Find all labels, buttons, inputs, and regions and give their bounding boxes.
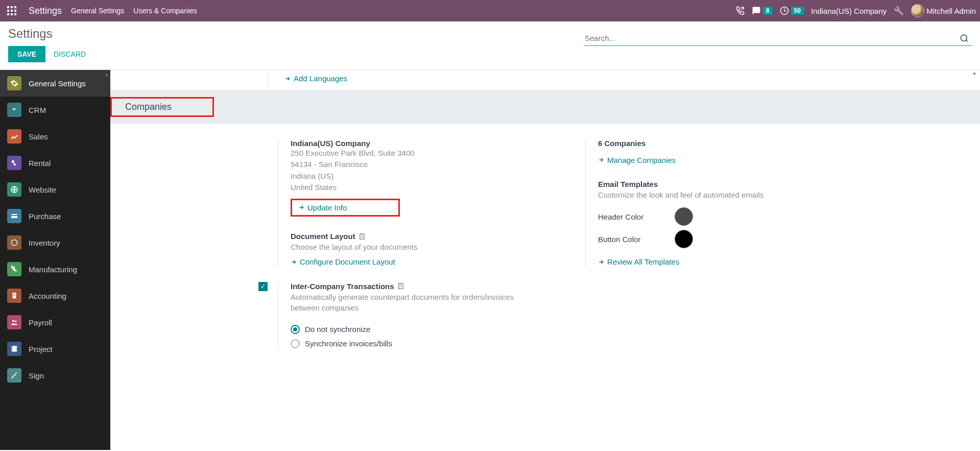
svg-rect-17: [360, 233, 364, 239]
save-button[interactable]: SAVE: [8, 46, 45, 62]
messages-icon[interactable]: 8: [752, 6, 773, 15]
page-title: Settings: [8, 27, 88, 41]
svg-rect-8: [14, 13, 16, 15]
link-label: Add Languages: [294, 74, 347, 83]
discard-button[interactable]: DISCARD: [52, 46, 88, 62]
globe-icon: [7, 182, 21, 197]
link-label: Manage Companies: [607, 156, 676, 164]
sidebar-item-label: Sales: [29, 132, 48, 141]
enterprise-icon: [397, 282, 404, 290]
sidebar-item-website[interactable]: Website: [0, 176, 110, 203]
sidebar-item-label: Manufacturing: [29, 265, 77, 274]
link-label: Update Info: [307, 203, 347, 212]
email-templates-title: Email Templates: [598, 180, 851, 188]
box-icon: [7, 235, 21, 250]
sync-radio-group: Do not synchronize Synchronize invoices/…: [291, 322, 544, 351]
radio-label: Do not synchronize: [305, 325, 370, 334]
key-icon: [7, 156, 21, 170]
sidebar-item-label: Website: [29, 185, 56, 194]
add-languages-link[interactable]: Add Languages: [284, 74, 347, 83]
radio-sync-invoices[interactable]: Synchronize invoices/bills: [291, 337, 544, 351]
sidebar-item-accounting[interactable]: Accounting: [0, 282, 110, 309]
sidebar-item-label: Project: [29, 345, 53, 353]
email-templates-desc: Customize the look and feel of automated…: [598, 189, 851, 200]
link-label: Configure Document Layout: [300, 257, 395, 266]
sidebar-item-crm[interactable]: CRM: [0, 97, 110, 123]
sidebar-item-purchase[interactable]: Purchase: [0, 203, 110, 229]
sidebar-item-manufacturing[interactable]: Manufacturing: [0, 256, 110, 282]
radio-do-not-sync[interactable]: Do not synchronize: [291, 322, 544, 337]
debug-icon[interactable]: [894, 6, 904, 16]
doc-layout-title: Document Layout: [291, 232, 544, 241]
navbar-brand[interactable]: Settings: [29, 6, 62, 16]
sidebar-item-inventory[interactable]: Inventory: [0, 229, 110, 256]
content-area: ▲ Add Languages Companies Indiana(US): [110, 70, 980, 450]
clock-badge: 50: [791, 7, 804, 15]
navbar-right: 8 50 Indiana(US) Company Mitchell Admin: [735, 4, 976, 17]
svg-point-16: [15, 320, 16, 322]
sidebar-item-label: Rental: [29, 159, 51, 168]
radio-dot: [291, 325, 300, 334]
chart-icon: [7, 129, 21, 144]
intercompany-desc: Automatically generate counterpart docum…: [291, 292, 544, 313]
messages-badge: 8: [763, 7, 773, 15]
gear-icon: [7, 76, 21, 90]
svg-rect-18: [398, 283, 402, 289]
company-state: Indiana (US): [291, 171, 544, 182]
navbar-username: Mitchell Admin: [926, 7, 976, 15]
header-color-swatch[interactable]: [675, 207, 693, 226]
svg-rect-5: [14, 10, 16, 12]
sidebar-item-payroll[interactable]: Payroll: [0, 309, 110, 336]
enterprise-icon: [358, 233, 366, 240]
doc-layout-desc: Choose the layout of your documents: [291, 242, 544, 252]
search-input[interactable]: [584, 31, 957, 45]
sidebar-item-rental[interactable]: Rental: [0, 150, 110, 176]
sidebar: General Settings CRM Sales Rental Websit…: [0, 70, 110, 450]
button-color-swatch[interactable]: [675, 230, 693, 248]
svg-rect-4: [11, 10, 13, 12]
sidebar-item-sign[interactable]: Sign: [0, 362, 110, 389]
search-wrap: [584, 31, 972, 46]
svg-rect-14: [11, 215, 17, 216]
section-title: Companies: [125, 102, 172, 112]
sidebar-item-project[interactable]: Project: [0, 336, 110, 362]
wrench-icon: [7, 262, 21, 276]
user-menu[interactable]: Mitchell Admin: [911, 4, 976, 17]
pen-icon: [7, 368, 21, 383]
link-label: Review All Templates: [607, 257, 679, 266]
svg-rect-0: [7, 6, 9, 8]
menu-general-settings[interactable]: General Settings: [71, 7, 124, 15]
section-header-companies: Companies: [110, 90, 980, 124]
company-country: United States: [291, 182, 544, 194]
svg-point-15: [12, 320, 14, 322]
sidebar-item-label: Purchase: [29, 212, 61, 221]
handshake-icon: [7, 103, 21, 117]
sidebar-item-label: CRM: [29, 106, 46, 114]
search-icon[interactable]: [957, 34, 972, 43]
header-color-label: Header Color: [598, 212, 654, 221]
sidebar-item-label: Inventory: [29, 239, 60, 247]
clock-icon[interactable]: 50: [780, 6, 804, 15]
update-info-link[interactable]: Update Info: [298, 203, 347, 212]
sidebar-item-label: Payroll: [29, 318, 52, 327]
people-icon: [7, 315, 21, 329]
invoice-icon: [7, 289, 21, 303]
phone-icon[interactable]: [735, 6, 745, 15]
control-panel: Settings SAVE DISCARD: [0, 21, 980, 70]
review-templates-link[interactable]: Review All Templates: [598, 257, 679, 266]
company-addr1: 250 Executive Park Blvd, Suite 3400: [291, 148, 544, 159]
menu-users-companies[interactable]: Users & Companies: [133, 7, 197, 15]
configure-layout-link[interactable]: Configure Document Layout: [291, 257, 395, 266]
card-icon: [7, 209, 21, 223]
sidebar-item-label: General Settings: [29, 79, 86, 88]
svg-point-10: [961, 35, 967, 41]
navbar-company[interactable]: Indiana(US) Company: [811, 7, 887, 15]
sidebar-item-general-settings[interactable]: General Settings: [0, 70, 110, 97]
content-scroll-up[interactable]: ▲: [972, 70, 979, 77]
manage-companies-link[interactable]: Manage Companies: [598, 156, 676, 164]
sidebar-item-sales[interactable]: Sales: [0, 123, 110, 150]
apps-icon[interactable]: [6, 5, 17, 16]
intercompany-checkbox[interactable]: ✓: [258, 282, 268, 291]
navbar-left: Settings General Settings Users & Compan…: [4, 5, 197, 16]
svg-rect-3: [7, 10, 9, 12]
